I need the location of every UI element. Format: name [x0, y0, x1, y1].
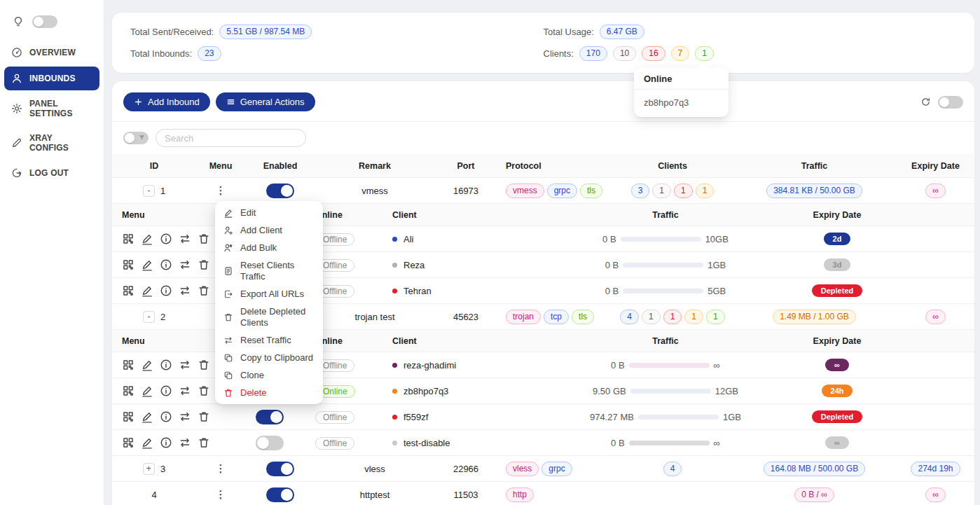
client-enabled-toggle[interactable] [256, 410, 284, 424]
edit-icon[interactable] [141, 233, 153, 245]
client-count-tag: 4 [663, 462, 682, 476]
menu-item-delete[interactable]: Delete [218, 384, 320, 401]
delete-icon[interactable] [198, 410, 210, 423]
inbound-remark: vless [315, 464, 434, 474]
menu-item-label: Export All URLs [240, 289, 304, 300]
protocol-tag: vless [506, 462, 539, 476]
client-dot [392, 415, 397, 420]
menu-item-edit[interactable]: Edit [218, 204, 320, 221]
collapse-button[interactable]: - [143, 311, 155, 323]
row-menu-button[interactable]: ⋮ [196, 462, 245, 475]
sidebar-item-logout[interactable]: LOG OUT [4, 161, 99, 185]
enabled-toggle[interactable] [266, 184, 294, 198]
row-menu-button[interactable]: ⋮ [196, 184, 245, 197]
col-enabled: Enabled [245, 161, 315, 171]
search-row [112, 122, 974, 154]
delete-icon[interactable] [198, 359, 210, 371]
security-tag: tls [580, 184, 602, 198]
delete-icon[interactable] [198, 436, 210, 449]
add-inbound-button[interactable]: Add Inbound [123, 92, 210, 111]
reset-traffic-icon[interactable] [179, 385, 191, 397]
traffic-bar [623, 263, 703, 268]
menu-item-copy-to-clipboard[interactable]: Copy to Clipboard [218, 349, 320, 366]
expiry-badge: 3d [824, 258, 851, 271]
delete-icon[interactable] [198, 258, 210, 271]
refresh-icon[interactable] [920, 97, 931, 107]
menu-item-clone[interactable]: Clone [218, 366, 320, 384]
info-icon[interactable] [160, 284, 172, 297]
filter-toggle[interactable] [123, 132, 149, 144]
edit-icon[interactable] [141, 258, 153, 271]
info-icon[interactable] [160, 258, 172, 271]
clients-deactive-tag: 10 [613, 46, 636, 61]
enabled-toggle[interactable] [266, 487, 294, 502]
qr-code-icon[interactable] [122, 410, 134, 423]
auto-refresh-toggle[interactable] [938, 96, 963, 109]
row-menu-button[interactable]: ⋮ [196, 488, 245, 501]
reset-traffic-icon[interactable] [179, 436, 191, 449]
general-actions-button[interactable]: General Actions [216, 92, 315, 111]
delete-icon[interactable] [198, 284, 210, 297]
col-online: Online [315, 336, 392, 346]
client-count-tag: 1 [652, 184, 671, 198]
client-count-tag: 4 [620, 310, 639, 324]
client-dot [392, 289, 397, 293]
online-clients-popover: Online zb8hpo7q3 [634, 68, 729, 117]
edit-icon[interactable] [141, 385, 153, 397]
theme-toggle[interactable] [32, 15, 57, 28]
gear-icon [11, 103, 22, 114]
info-icon[interactable] [160, 410, 172, 423]
menu-item-add-bulk[interactable]: Add Bulk [218, 239, 320, 256]
collapse-button[interactable]: - [143, 185, 155, 197]
menu-item-reset-clients-traffic[interactable]: Reset Clients Traffic [218, 256, 320, 285]
sidebar-item-inbounds[interactable]: INBOUNDS [4, 67, 99, 90]
qr-code-icon[interactable] [122, 359, 134, 371]
traffic-bar [630, 389, 711, 394]
client-row: Offline test-disable 0 B ∞ ∞ [112, 430, 974, 456]
sidebar: OVERVIEW INBOUNDS PANEL SETTINGS XRAY CO… [0, 0, 104, 505]
stats-left: Total Sent/Received: 5.51 GB / 987.54 MB… [130, 21, 544, 64]
menu-item-add-client[interactable]: Add Client [218, 221, 320, 239]
reset-traffic-icon[interactable] [179, 258, 191, 271]
edit-icon[interactable] [141, 359, 153, 371]
qr-code-icon[interactable] [122, 284, 134, 297]
qr-code-icon[interactable] [122, 258, 134, 271]
enabled-toggle[interactable] [266, 462, 294, 476]
info-icon[interactable] [160, 385, 172, 397]
reset-traffic-icon[interactable] [179, 284, 191, 297]
sidebar-item-label: PANEL SETTINGS [29, 99, 92, 118]
clients-expiring-tag: 7 [671, 46, 690, 61]
expand-button[interactable]: + [143, 463, 155, 475]
client-enabled-toggle[interactable] [256, 436, 284, 450]
clients-online-tag[interactable]: 1 [695, 46, 714, 61]
edit-icon[interactable] [141, 284, 153, 297]
qr-code-icon[interactable] [122, 385, 134, 397]
menu-item-export-all-urls[interactable]: Export All URLs [218, 285, 320, 303]
inbound-id: 2 [160, 312, 165, 322]
info-icon[interactable] [160, 436, 172, 449]
protocol-tag: http [506, 487, 534, 502]
info-icon[interactable] [160, 359, 172, 371]
reset-traffic-icon[interactable] [179, 359, 191, 371]
client-dot [392, 363, 397, 368]
reset-traffic-icon[interactable] [179, 410, 191, 423]
qr-code-icon[interactable] [122, 436, 134, 449]
sidebar-item-xray-configs[interactable]: XRAY CONFIGS [4, 127, 99, 159]
col-expiry: Expiry Date [897, 161, 974, 171]
menu-item-delete-depleted-clients[interactable]: Delete Depleted Clients [218, 303, 320, 331]
client-name: test-disable [403, 438, 450, 448]
search-input[interactable] [156, 129, 306, 147]
edit-icon[interactable] [141, 436, 153, 449]
expiry-tag: ∞ [925, 487, 946, 502]
info-icon[interactable] [160, 233, 172, 245]
stat-value-tag: 5.51 GB / 987.54 MB [219, 25, 312, 39]
menu-item-label: Delete Depleted Clients [240, 306, 315, 328]
delete-icon[interactable] [198, 385, 210, 397]
delete-icon[interactable] [198, 233, 210, 245]
qr-code-icon[interactable] [122, 233, 134, 245]
sidebar-item-overview[interactable]: OVERVIEW [4, 41, 99, 64]
edit-icon[interactable] [141, 410, 153, 423]
menu-item-reset-traffic[interactable]: Reset Traffic [218, 331, 320, 349]
reset-traffic-icon[interactable] [179, 233, 191, 245]
sidebar-item-panel-settings[interactable]: PANEL SETTINGS [4, 92, 99, 125]
